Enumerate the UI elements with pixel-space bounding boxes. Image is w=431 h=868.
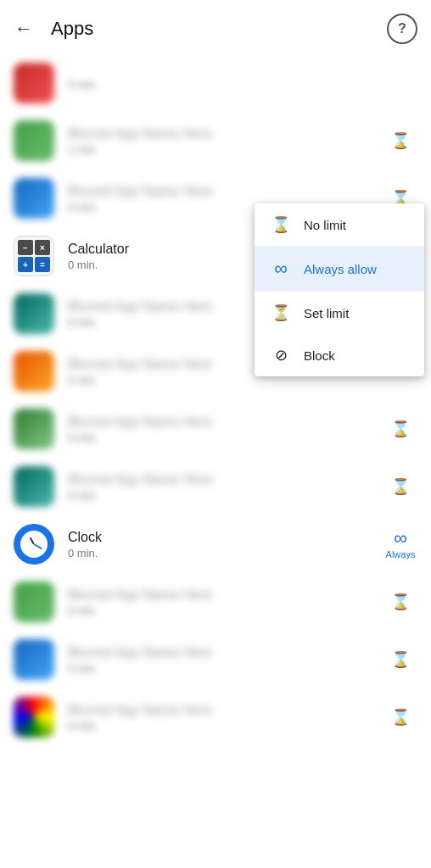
- no-limit-icon: ⌛: [271, 215, 290, 234]
- dropdown-item-block[interactable]: ⊘ Block: [255, 334, 424, 376]
- dropdown-item-label: Always allow: [304, 262, 377, 276]
- dropdown-item-no-limit[interactable]: ⌛ No limit: [255, 203, 424, 246]
- dropdown-item-label: No limit: [304, 218, 346, 232]
- always-allow-icon: ∞: [271, 258, 290, 280]
- dropdown-item-label: Set limit: [304, 306, 349, 320]
- set-limit-icon: ⏳: [271, 303, 290, 322]
- dropdown-item-always-allow[interactable]: ∞ Always allow: [255, 246, 424, 292]
- dropdown-item-set-limit[interactable]: ⏳ Set limit: [255, 292, 424, 334]
- dropdown-scrim[interactable]: [0, 0, 431, 868]
- dropdown-item-label: Block: [304, 348, 335, 363]
- dropdown-menu: ⌛ No limit ∞ Always allow ⏳ Set limit ⊘ …: [255, 203, 424, 376]
- block-icon: ⊘: [271, 346, 290, 364]
